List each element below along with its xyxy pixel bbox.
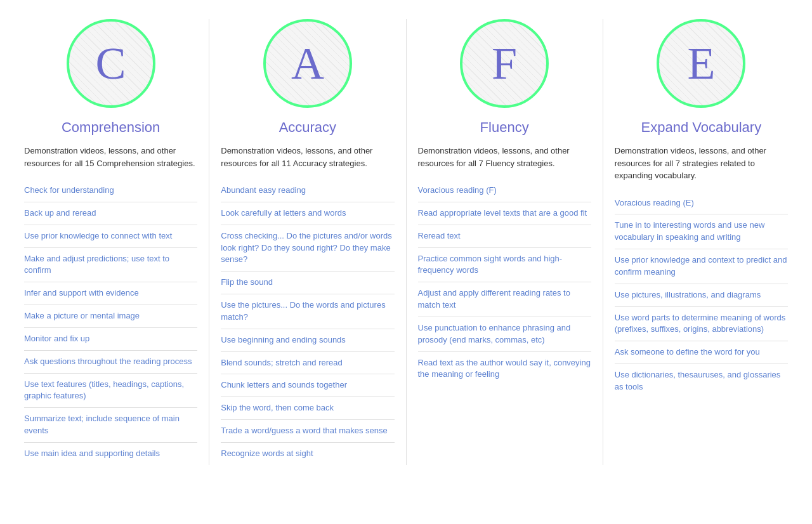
strategy-item: Voracious reading (E) [615, 192, 788, 215]
strategy-item: Use main idea and supporting details [24, 443, 197, 465]
strategy-item: Chunk letters and sounds together [221, 374, 394, 397]
strategy-link[interactable]: Infer and support with evidence [24, 287, 197, 299]
strategy-link[interactable]: Tune in to interesting words and use new… [615, 219, 788, 244]
strategy-list-expand-vocabulary: Voracious reading (E)Tune in to interest… [615, 192, 788, 398]
strategy-link[interactable]: Read text as the author would say it, co… [418, 357, 591, 381]
strategy-item: Make and adjust predictions; use text to… [24, 248, 197, 283]
strategy-item: Use punctuation to enhance phrasing and … [418, 317, 591, 352]
strategy-link[interactable]: Make and adjust predictions; use text to… [24, 253, 197, 277]
strategy-item: Abundant easy reading [221, 180, 394, 202]
column-comprehension: CComprehensionDemonstration videos, less… [13, 19, 209, 465]
column-accuracy: AAccuracyDemonstration videos, lessons, … [209, 19, 406, 465]
strategy-list-fluency: Voracious reading (F)Read appropriate le… [418, 180, 591, 386]
strategy-link[interactable]: Ask someone to define the word for you [615, 346, 788, 358]
strategy-link[interactable]: Chunk letters and sounds together [221, 379, 394, 391]
strategy-link[interactable]: Adjust and apply different reading rates… [418, 287, 591, 311]
strategy-link[interactable]: Skip the word, then come back [221, 402, 394, 414]
strategy-link[interactable]: Use prior knowledge and context to predi… [615, 254, 788, 278]
strategy-item: Tune in to interesting words and use new… [615, 214, 788, 249]
strategy-link[interactable]: Use the pictures... Do the words and pic… [221, 299, 394, 324]
strategy-item: Use pictures, illustrations, and diagram… [615, 284, 788, 307]
page-wrapper: CComprehensionDemonstration videos, less… [0, 0, 812, 478]
circle-accuracy: A [263, 19, 352, 108]
circle-expand-vocabulary: E [657, 19, 745, 108]
strategy-link[interactable]: Summarize text; include sequence of main… [24, 413, 197, 437]
strategy-item: Use word parts to determine meaning of w… [615, 307, 788, 342]
strategy-item: Voracious reading (F) [418, 180, 591, 202]
strategy-link[interactable]: Ask questions throughout the reading pro… [24, 356, 197, 368]
strategy-item: Reread text [418, 225, 591, 248]
strategy-item: Use dictionaries, thesauruses, and gloss… [615, 364, 788, 398]
strategy-link[interactable]: Practice common sight words and high-fre… [418, 253, 591, 277]
strategy-link[interactable]: Use beginning and ending sounds [221, 334, 394, 346]
strategy-link[interactable]: Monitor and fix up [24, 333, 197, 345]
strategy-list-accuracy: Abundant easy readingLook carefully at l… [221, 180, 394, 465]
strategy-link[interactable]: Flip the sound [221, 277, 394, 289]
strategy-link[interactable]: Use pictures, illustrations, and diagram… [615, 289, 788, 301]
strategy-link[interactable]: Voracious reading (F) [418, 185, 591, 197]
strategy-link[interactable]: Read appropriate level texts that are a … [418, 207, 591, 219]
columns-container: CComprehensionDemonstration videos, less… [13, 19, 799, 465]
strategy-link[interactable]: Use dictionaries, thesauruses, and gloss… [615, 369, 788, 393]
strategy-item: Use text features (titles, headings, cap… [24, 374, 197, 409]
strategy-link[interactable]: Cross checking... Do the pictures and/or… [221, 230, 394, 266]
strategy-item: Monitor and fix up [24, 328, 197, 351]
strategy-item: Ask questions throughout the reading pro… [24, 351, 197, 374]
strategy-item: Use prior knowledge to connect with text [24, 225, 197, 248]
strategy-link[interactable]: Use punctuation to enhance phrasing and … [418, 322, 591, 346]
strategy-item: Skip the word, then come back [221, 397, 394, 420]
strategy-link[interactable]: Reread text [418, 230, 591, 242]
strategy-link[interactable]: Voracious reading (E) [615, 197, 788, 209]
strategy-link[interactable]: Look carefully at letters and words [221, 207, 394, 219]
circle-letter-comprehension: C [96, 41, 126, 86]
strategy-item: Blend sounds; stretch and reread [221, 352, 394, 375]
column-desc-accuracy: Demonstration videos, lessons, and other… [221, 145, 394, 169]
column-title-expand-vocabulary: Expand Vocabulary [641, 119, 762, 136]
column-title-comprehension: Comprehension [62, 119, 160, 136]
column-title-fluency: Fluency [480, 119, 529, 136]
circle-comprehension: C [67, 19, 155, 108]
strategy-item: Use prior knowledge and context to predi… [615, 249, 788, 284]
strategy-link[interactable]: Use text features (titles, headings, cap… [24, 379, 197, 403]
column-expand-vocabulary: EExpand VocabularyDemonstration videos, … [603, 19, 799, 465]
strategy-item: Infer and support with evidence [24, 282, 197, 305]
strategy-link[interactable]: Use main idea and supporting details [24, 448, 197, 460]
column-desc-expand-vocabulary: Demonstration videos, lessons, and other… [615, 145, 788, 182]
strategy-item: Use beginning and ending sounds [221, 329, 394, 352]
column-desc-comprehension: Demonstration videos, lessons, and other… [24, 145, 197, 169]
circle-fluency: F [460, 19, 549, 108]
column-fluency: FFluencyDemonstration videos, lessons, a… [407, 19, 603, 465]
strategy-link[interactable]: Blend sounds; stretch and reread [221, 357, 394, 369]
strategy-item: Recognize words at sight [221, 443, 394, 465]
strategy-link[interactable]: Check for understanding [24, 185, 197, 197]
column-title-accuracy: Accuracy [279, 119, 336, 136]
strategy-item: Practice common sight words and high-fre… [418, 248, 591, 283]
circle-letter-accuracy: A [291, 41, 324, 86]
strategy-link[interactable]: Abundant easy reading [221, 185, 394, 197]
strategy-item: Flip the sound [221, 272, 394, 294]
strategy-link[interactable]: Recognize words at sight [221, 448, 394, 460]
strategy-item: Read appropriate level texts that are a … [418, 202, 591, 225]
strategy-item: Check for understanding [24, 180, 197, 202]
strategy-item: Look carefully at letters and words [221, 202, 394, 225]
strategy-item: Trade a word/guess a word that makes sen… [221, 420, 394, 443]
strategy-item: Summarize text; include sequence of main… [24, 408, 197, 443]
circle-letter-expand-vocabulary: E [687, 41, 715, 86]
strategy-item: Read text as the author would say it, co… [418, 352, 591, 386]
strategy-item: Cross checking... Do the pictures and/or… [221, 225, 394, 272]
strategy-link[interactable]: Trade a word/guess a word that makes sen… [221, 425, 394, 437]
strategy-link[interactable]: Use prior knowledge to connect with text [24, 230, 197, 242]
strategy-link[interactable]: Back up and reread [24, 207, 197, 219]
strategy-item: Ask someone to define the word for you [615, 341, 788, 364]
strategy-item: Adjust and apply different reading rates… [418, 282, 591, 317]
strategy-item: Use the pictures... Do the words and pic… [221, 294, 394, 329]
strategy-item: Back up and reread [24, 202, 197, 225]
strategy-link[interactable]: Make a picture or mental image [24, 310, 197, 322]
circle-letter-fluency: F [492, 41, 517, 86]
strategy-link[interactable]: Use word parts to determine meaning of w… [615, 312, 788, 336]
column-desc-fluency: Demonstration videos, lessons, and other… [418, 145, 591, 169]
strategy-list-comprehension: Check for understandingBack up and rerea… [24, 180, 197, 465]
strategy-item: Make a picture or mental image [24, 305, 197, 328]
